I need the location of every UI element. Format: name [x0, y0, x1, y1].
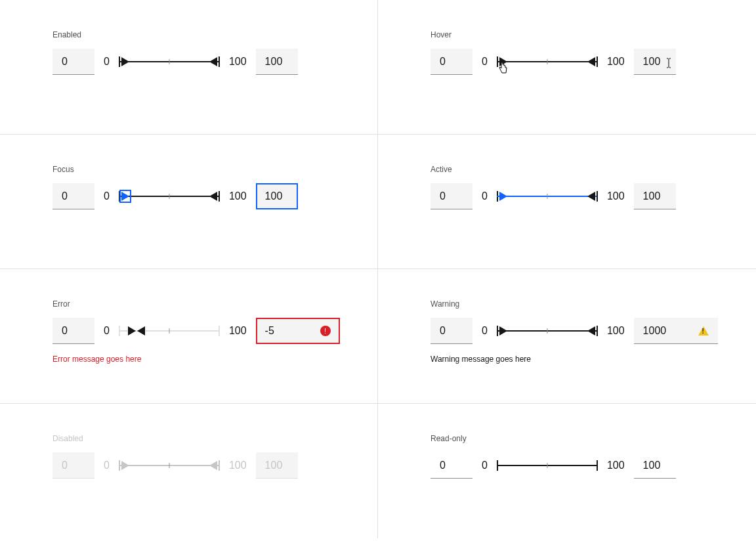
max-scale-label: 100	[229, 325, 247, 337]
min-scale-label: 0	[104, 460, 110, 471]
error-message: Error message goes here	[52, 355, 377, 364]
state-active: Active 0 0 100 100	[378, 135, 756, 269]
state-label: Hover	[430, 30, 756, 39]
max-input: 100	[256, 452, 298, 479]
max-input[interactable]: 100	[634, 49, 676, 75]
handle-lower[interactable]	[499, 57, 507, 66]
state-error: Error 0 0 100 -5 ! Error message goes he…	[0, 269, 378, 404]
max-scale-label: 100	[607, 190, 625, 202]
state-warning: Warning 0 0 100 1000 Warning message goe…	[378, 269, 756, 404]
slider-row: 0 0 100 100	[52, 183, 377, 209]
slider-track[interactable]	[119, 188, 220, 204]
handle-upper	[209, 461, 217, 470]
min-input[interactable]: 0	[430, 318, 472, 344]
min-input: 0	[430, 452, 472, 479]
min-scale-label: 0	[482, 325, 488, 337]
track-tick	[169, 328, 169, 334]
state-label: Error	[52, 299, 377, 309]
handle-lower[interactable]	[121, 57, 129, 66]
slider-row: 0 0 100 100	[430, 452, 756, 479]
slider-row: 0 0 100 -5 !	[52, 318, 377, 344]
min-input[interactable]: 0	[52, 49, 94, 75]
state-label: Focus	[52, 165, 377, 174]
text-cursor-icon	[665, 58, 672, 70]
track-stop-right	[597, 326, 598, 336]
min-scale-label: 0	[104, 56, 110, 68]
state-hover: Hover 0 0 100 100	[378, 0, 756, 135]
handle-upper[interactable]	[137, 326, 145, 335]
min-scale-label: 0	[104, 325, 110, 337]
max-scale-label: 100	[607, 460, 625, 471]
handle-lower[interactable]	[499, 192, 507, 201]
warning-icon	[698, 326, 709, 335]
slider-track	[497, 458, 598, 473]
state-label: Active	[430, 165, 756, 174]
track-tick	[169, 59, 169, 64]
max-scale-label: 100	[229, 56, 247, 68]
slider-row: 0 0 100 100	[52, 452, 377, 479]
warning-message: Warning message goes here	[430, 355, 756, 364]
min-scale-label: 0	[482, 460, 488, 471]
min-scale-label: 0	[482, 56, 488, 68]
min-input[interactable]: 0	[430, 183, 472, 209]
slider-row: 0 0 100 100	[430, 49, 756, 75]
state-disabled: Disabled 0 0 100 100	[0, 404, 378, 538]
max-input: 100	[634, 452, 676, 479]
min-scale-label: 0	[482, 190, 488, 202]
handle-lower[interactable]	[499, 326, 507, 335]
max-input[interactable]: -5 !	[256, 318, 340, 344]
handle-upper[interactable]	[587, 326, 595, 335]
min-scale-label: 0	[104, 190, 110, 202]
handle-upper[interactable]	[209, 192, 217, 201]
track-tick	[547, 59, 547, 64]
max-input[interactable]: 1000	[634, 318, 718, 344]
max-scale-label: 100	[229, 460, 247, 471]
min-input[interactable]: 0	[430, 49, 472, 75]
state-label: Enabled	[52, 30, 377, 39]
track-tick	[547, 194, 547, 199]
state-label: Disabled	[52, 434, 377, 443]
max-scale-label: 100	[229, 190, 247, 202]
state-focus: Focus 0 0 100 100	[0, 135, 378, 269]
handle-lower[interactable]	[121, 192, 129, 201]
slider-track[interactable]	[119, 323, 220, 339]
state-readonly: Read-only 0 0 100 100	[378, 404, 756, 538]
handle-lower	[121, 461, 129, 470]
max-scale-label: 100	[607, 56, 625, 68]
track-stop-right	[219, 460, 220, 471]
track-stop-right	[597, 56, 598, 67]
track-tick	[547, 463, 547, 468]
handle-upper[interactable]	[587, 192, 595, 201]
slider-row: 0 0 100 100	[430, 183, 756, 209]
track-tick	[547, 328, 547, 334]
handle-upper[interactable]	[209, 57, 217, 66]
handle-lower[interactable]	[128, 326, 136, 335]
slider-track[interactable]	[497, 54, 598, 70]
state-enabled: Enabled 0 0 100 100	[0, 0, 378, 135]
max-input[interactable]: 100	[256, 49, 298, 75]
track-stop-right	[597, 460, 598, 471]
slider-row: 0 0 100 100	[52, 49, 377, 75]
state-label: Warning	[430, 299, 756, 309]
min-input[interactable]: 0	[52, 318, 94, 344]
error-icon: !	[320, 326, 331, 336]
slider-track[interactable]	[497, 188, 598, 204]
max-scale-label: 100	[607, 325, 625, 337]
slider-track[interactable]	[497, 323, 598, 339]
slider-track	[119, 458, 220, 473]
track-tick	[169, 194, 169, 199]
min-input: 0	[52, 452, 94, 479]
max-input[interactable]: 100	[256, 183, 298, 209]
track-stop-right	[219, 326, 220, 336]
track-stop-right	[219, 191, 220, 202]
track-stop-right	[597, 191, 598, 202]
handle-upper[interactable]	[587, 57, 595, 66]
slider-track[interactable]	[119, 54, 220, 70]
slider-row: 0 0 100 1000	[430, 318, 756, 344]
min-input[interactable]: 0	[52, 183, 94, 209]
track-tick	[169, 463, 169, 468]
track-stop-right	[219, 56, 220, 67]
max-input[interactable]: 100	[634, 183, 676, 209]
state-label: Read-only	[430, 434, 756, 443]
